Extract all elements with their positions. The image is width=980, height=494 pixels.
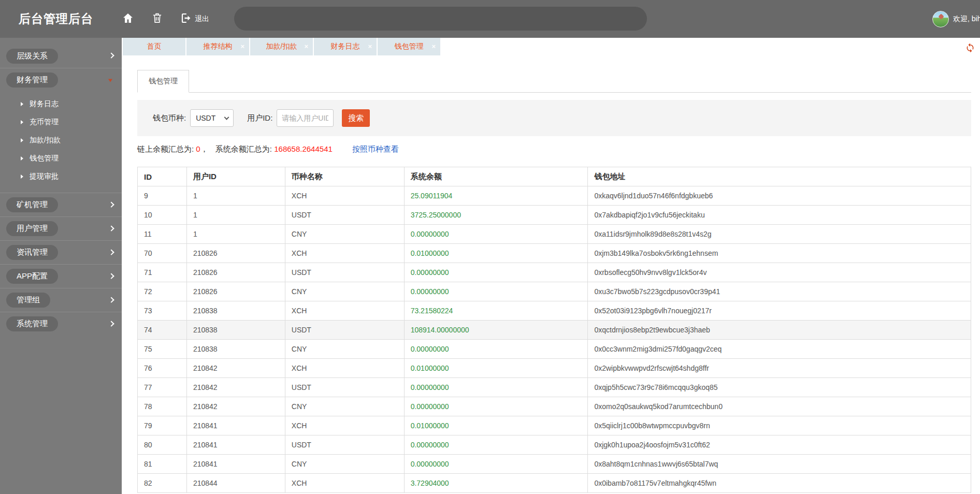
table-row[interactable]: 74210838USDT108914.000000000xqctdrnjios8… bbox=[138, 321, 971, 340]
cell-uid: 210826 bbox=[186, 244, 285, 263]
cell-uid: 210838 bbox=[186, 340, 285, 359]
cell-uid: 210838 bbox=[186, 301, 285, 321]
cell-address: 0xomo2q0saukwq5kod7arumtcechbun0 bbox=[588, 397, 971, 416]
sidebar-item-财务管理[interactable]: 财务管理 bbox=[0, 68, 122, 92]
tab-close-icon[interactable]: × bbox=[304, 43, 308, 50]
tab-close-icon[interactable]: × bbox=[431, 43, 436, 50]
chevron-right-icon bbox=[108, 201, 114, 207]
cell-currency: XCH bbox=[285, 186, 404, 206]
view-by-currency-link[interactable]: 按照币种查看 bbox=[352, 144, 399, 153]
cell-balance: 0.00000000 bbox=[404, 435, 588, 455]
uid-input[interactable] bbox=[277, 109, 334, 127]
caret-right-icon bbox=[21, 120, 23, 124]
tab-推荐结构[interactable]: 推荐结构× bbox=[186, 38, 249, 55]
top-header: 后台管理后台 退出 欢迎, bihu bbox=[0, 0, 980, 38]
clear-cache-button[interactable] bbox=[150, 12, 164, 26]
cell-uid: 210842 bbox=[186, 397, 285, 416]
cell-uid: 1 bbox=[186, 206, 285, 225]
header-user-area[interactable]: 欢迎, bihu bbox=[932, 0, 980, 38]
cell-currency: XCH bbox=[285, 359, 404, 378]
cell-address: 0xkaqv6ljnd1duo57n46f6nfdgbkueb6 bbox=[588, 186, 971, 206]
tab-close-icon[interactable]: × bbox=[368, 43, 372, 50]
sidebar-subitem-提现审批[interactable]: 提现审批 bbox=[0, 167, 122, 185]
cell-balance: 0.00000000 bbox=[404, 397, 588, 416]
tab-label: 财务日志 bbox=[331, 42, 360, 51]
cell-id: 82 bbox=[138, 474, 187, 493]
table-row[interactable]: 75210838CNY0.000000000x0cc3wnm2mig3dmi25… bbox=[138, 340, 971, 359]
user-avatar bbox=[932, 11, 949, 27]
table-row[interactable]: 101USDT3725.250000000x7akdbapiqf2jo1v9cf… bbox=[138, 206, 971, 225]
table-row[interactable]: 79210841XCH0.010000000x5qiiclrj1c00b8wtw… bbox=[138, 416, 971, 435]
chevron-right-icon bbox=[108, 273, 114, 279]
chevron-right-icon bbox=[108, 225, 114, 231]
logout-icon bbox=[179, 12, 192, 26]
table-row[interactable]: 78210842CNY0.000000000xomo2q0saukwq5kod7… bbox=[138, 397, 971, 416]
chain-balance-value: 0 bbox=[196, 144, 200, 153]
table-row[interactable]: 73210838XCH73.215802240x52ot03i9123pbg6v… bbox=[138, 301, 971, 321]
logout-button[interactable]: 退出 bbox=[179, 12, 209, 26]
table-row[interactable]: 80210841USDT0.000000000xjgk0h1upoa2j4oos… bbox=[138, 435, 971, 455]
sidebar-subitem-label: 充币管理 bbox=[30, 118, 59, 127]
section-tab-wallet[interactable]: 钱包管理 bbox=[137, 70, 189, 93]
home-icon bbox=[122, 12, 134, 26]
cell-uid: 1 bbox=[186, 186, 285, 206]
table-row[interactable]: 71210826USDT0.000000000xrbsoflecg50hv9nv… bbox=[138, 263, 971, 282]
refresh-icon[interactable] bbox=[964, 42, 976, 53]
cell-uid: 1 bbox=[186, 225, 285, 244]
currency-select[interactable]: USDT bbox=[190, 109, 234, 127]
currency-filter-label: 钱包币种: bbox=[153, 113, 186, 123]
tab-财务日志[interactable]: 财务日志× bbox=[314, 38, 377, 55]
welcome-text: 欢迎, bihu bbox=[953, 14, 980, 24]
chevron-right-icon bbox=[108, 249, 114, 255]
tab-label: 钱包管理 bbox=[395, 42, 424, 51]
header-search-bar[interactable] bbox=[234, 7, 647, 31]
sidebar-item-系统管理[interactable]: 系统管理 bbox=[0, 312, 122, 336]
chevron-right-icon bbox=[108, 297, 114, 302]
tab-首页[interactable]: 首页 bbox=[123, 38, 185, 55]
chain-balance-label: 链上余额汇总为: bbox=[137, 144, 194, 153]
cell-uid: 210841 bbox=[186, 435, 285, 455]
caret-right-icon bbox=[21, 138, 23, 142]
tab-label: 推荐结构 bbox=[204, 42, 233, 51]
sidebar-item-管理组[interactable]: 管理组 bbox=[0, 288, 122, 312]
table-row[interactable]: 70210826XCH0.010000000xjm3b149lka7osbokv… bbox=[138, 244, 971, 263]
tab-close-icon[interactable]: × bbox=[240, 43, 244, 50]
tab-钱包管理[interactable]: 钱包管理× bbox=[378, 38, 440, 55]
sidebar-item-层级关系[interactable]: 层级关系 bbox=[0, 44, 122, 68]
header-nav: 退出 bbox=[121, 12, 220, 26]
cell-id: 76 bbox=[138, 359, 187, 378]
column-header: 钱包地址 bbox=[588, 167, 971, 186]
sidebar-item-矿机管理[interactable]: 矿机管理 bbox=[0, 193, 122, 216]
tab-加款/扣款[interactable]: 加款/扣款× bbox=[250, 38, 313, 55]
sidebar-item-资讯管理[interactable]: 资讯管理 bbox=[0, 240, 122, 264]
cell-balance: 0.01000000 bbox=[404, 359, 588, 378]
uid-filter-label: 用户ID: bbox=[247, 113, 272, 123]
search-button[interactable]: 搜索 bbox=[342, 109, 370, 127]
table-row[interactable]: 82210844XCH3.729040000x0ibamb7o81175v7el… bbox=[138, 474, 971, 493]
table-row[interactable]: 72210826CNY0.000000000xu3c7bwo5b7s223gcd… bbox=[138, 282, 971, 301]
sidebar-submenu: 财务日志充币管理加款/扣款钱包管理提现审批 bbox=[0, 92, 122, 193]
home-button[interactable] bbox=[121, 12, 135, 26]
sidebar-item-label: 用户管理 bbox=[6, 221, 58, 236]
sidebar-item-用户管理[interactable]: 用户管理 bbox=[0, 216, 122, 240]
sidebar-subitem-加款/扣款[interactable]: 加款/扣款 bbox=[0, 131, 122, 149]
table-row[interactable]: 81210841CNY0.000000000x8aht8qm1cnhnas1ww… bbox=[138, 455, 971, 474]
table-row[interactable]: 77210842USDT0.000000000xqjp5h5cwc73r9c78… bbox=[138, 378, 971, 397]
table-row[interactable]: 91XCH25.090119040xkaqv6ljnd1duo57n46f6nf… bbox=[138, 186, 971, 206]
app-title: 后台管理后台 bbox=[19, 11, 93, 27]
sidebar-subitem-钱包管理[interactable]: 钱包管理 bbox=[0, 149, 122, 167]
sidebar-item-APP配置[interactable]: APP配置 bbox=[0, 264, 122, 288]
sidebar-subitem-充币管理[interactable]: 充币管理 bbox=[0, 113, 122, 131]
cell-address: 0x0cc3wnm2mig3dmi257fd0gaqgv2ceq bbox=[588, 340, 971, 359]
cell-id: 10 bbox=[138, 206, 187, 225]
summary-row: 链上余额汇总为: 0， 系统余额汇总为: 168658.2644541 按照币种… bbox=[137, 144, 971, 154]
cell-id: 9 bbox=[138, 186, 187, 206]
cell-address: 0x2wipbkvwwpvd2rfscwjt64shdg8ffr bbox=[588, 359, 971, 378]
table-row[interactable]: 111CNY0.000000000xa11idsr9jmholk89d8e8s2… bbox=[138, 225, 971, 244]
cell-id: 70 bbox=[138, 244, 187, 263]
cell-balance: 3725.25000000 bbox=[404, 206, 588, 225]
sidebar-subitem-财务日志[interactable]: 财务日志 bbox=[0, 95, 122, 113]
table-row[interactable]: 76210842XCH0.010000000x2wipbkvwwpvd2rfsc… bbox=[138, 359, 971, 378]
cell-id: 11 bbox=[138, 225, 187, 244]
cell-id: 75 bbox=[138, 340, 187, 359]
